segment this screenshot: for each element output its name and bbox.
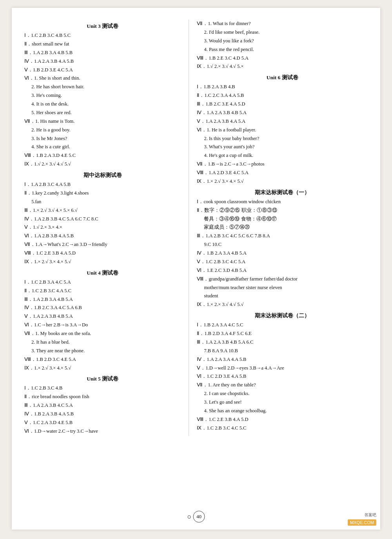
answer-line: Ⅵ．1.D→water 2.C→try 3.C→have [24,427,181,436]
answer-line: 3. What's your aunt's job? [196,143,368,151]
dot-left: ○ [187,513,192,521]
answer-line: Ⅳ．1.B 2.A 3.B 4.A 5.B [24,410,181,419]
answer-line: 4. Pass me the red pencil. [196,46,368,54]
answer-line: Ⅲ．1.A 2.A 3.B 4.C 5.A [24,401,181,410]
answer-line: 5.fan [24,198,181,206]
answer-line: 4. She has an orange schoolbag. [196,407,368,415]
section-title: 期末达标测试卷（一） [196,189,368,196]
answer-line: Ⅶ．1. His name is Tom. [24,117,181,126]
answer-line: 7.B 8.A 9.A 10.B [196,347,368,355]
answer-line: Ⅸ．1.√ 2.× 3.√ 4.√ 5.× [196,62,368,71]
answer-line: Ⅶ．1. What is for dinner? [196,20,368,28]
answer-line: Ⅷ．1.C 2.E 3.B 4.A 5.D [24,249,181,258]
answer-line: Ⅱ．1.C 2.B 3.C 4.A 5.C [24,287,181,295]
answer-line: Ⅱ．1.key 2.candy 3.light 4.shoes [24,189,181,198]
answer-line: 3. Is he Mr Jones? [24,135,181,143]
answer-line: 5. Her shoes are red. [24,109,181,117]
answer-line: Ⅸ．1.× 2.√ 3.× 4.× 5.√ [196,177,368,186]
answer-line: Ⅲ．1.A 2.B 3.A 4.B 5.B [24,49,181,57]
answer-line: Ⅱ．1.B 2.D 3.A 4.F 5.C 6.E [196,330,368,338]
answer-line: 家庭成员：⑤⑦⑭⑳ [196,223,368,232]
page-number: 40 [196,514,201,520]
answer-line: Ⅱ．1.C 2.C 3.A 4.A 5.B [196,91,368,100]
answer-line: Ⅲ．1.A 2.A 3.B 4.B 5.A 6.C [196,338,368,347]
answer-line: 2. I'd like some beef, please. [196,28,368,37]
answer-line: 餐具：③④⑯⑲ 食物：④⑥⑩⑰ [196,215,368,224]
answer-line: Ⅷ．1.B 2.D 3.C 4.E 5.A [24,355,181,364]
answer-line: Ⅰ．1.C 2.B 3.C 4.B [24,384,181,393]
section-title: 期中达标测试卷 [24,172,181,179]
answer-line: Ⅶ．1.A→What's 2.C→an 3.D→friendly [24,240,181,249]
answer-line: 2. I can use chopsticks. [196,390,368,398]
answer-line: Ⅴ．1.A 2.A 3.B 4.B 5.A [24,312,181,321]
answer-line: Ⅱ．short small new fat [24,40,181,49]
answer-line: 3. He's coming. [24,91,181,100]
answer-line: mother/mum teacher sister nurse eleven [196,284,368,292]
answer-line: Ⅴ．1.B 2.D 3.E 4.C 5.A [24,66,181,75]
answer-line: Ⅰ．1.C 2.B 3.A 4.C 5.A [24,278,181,287]
answer-line: Ⅶ．1.B→is 2.C→a 3.C→photos [196,160,368,169]
two-column-layout: Unit 3 测试卷Ⅰ．1.C 2.B 3.C 4.B 5.CⅡ．short s… [24,20,368,436]
answer-line: student [196,292,368,300]
answer-line: Ⅸ．1.× 2.× 3.√ 4.√ 5.√ [196,300,368,309]
answer-line: Ⅵ．1.E 2.C 3.D 4.B 5.A [196,266,368,275]
answer-line: 3. Let's go and see! [196,398,368,407]
answer-line: 4. It is on the desk. [24,100,181,109]
answer-line: Ⅲ．1.A 2.B 3.A 4.B 5.A [24,295,181,304]
answer-line: Ⅸ．1.C 2.B 3.C 4.C 5.C [196,424,368,433]
answer-line: Ⅳ．1.B 2.A 3.A 4.B 5.A [196,249,368,258]
answer-line: Ⅳ．1.A 2.B 3.B 4.C 5.A 6.C 7.C 8.C [24,215,181,224]
answer-line: Ⅷ．1.B 2.E 3.C 4.D 5.A [196,54,368,63]
answer-line: Ⅴ．1.A 2.A 3.B 4.A 5.A [196,117,368,126]
answer-line: Ⅰ．1.B 2.A 3.A 4.C 5.C [196,321,368,330]
answer-line: Ⅳ．1.A 2.A 3.A 4.A 5.B [196,355,368,364]
watermark-label: 答案吧 [365,512,376,518]
answer-line: Ⅰ．1.B 2.A 3.B 4.B [196,83,368,91]
answer-line: 2. He has short brown hair. [24,83,181,91]
answer-line: Ⅵ．1. He is a football player. [196,126,368,135]
answer-line: Ⅰ．cook spoon classroom window chicken [196,198,368,206]
answer-line: Ⅲ．1.A 2.B 3.C 4.C 5.C 6.C 7.B 8.A [196,232,368,240]
answer-line: Ⅴ．1.D→well 2.D→eyes 3.B→a 4.A→Are [196,364,368,373]
answer-line: 4. She is a cute girl. [24,143,181,151]
answer-line: Ⅷ．1.A 2.D 3.E 4.C 5.A [196,169,368,177]
answer-line: Ⅶ．1. Are they on the table? [196,381,368,390]
page: Unit 3 测试卷Ⅰ．1.C 2.B 3.C 4.B 5.CⅡ．short s… [12,8,380,530]
answer-line: 3. They are near the phone. [24,347,181,355]
answer-line: Ⅵ．1.C→her 2.B→is 3.A→Do [24,321,181,330]
section-title: Unit 3 测试卷 [24,23,181,30]
answer-line: Ⅱ．数字：②⑨②⑮ 职业：①⑧③⑬ [196,206,368,215]
answer-line: Ⅳ．1.A 2.A 3.B 4.B 5.A [196,109,368,117]
section-title: Unit 5 测试卷 [24,375,181,382]
section-title: Unit 6 测试卷 [196,74,368,81]
answer-line: Ⅲ．1.B 2.C 3.E 4.A 5.D [196,100,368,109]
left-column: Unit 3 测试卷Ⅰ．1.C 2.B 3.C 4.B 5.CⅡ．short s… [24,20,189,436]
answer-line: Ⅷ．1.B 2.A 3.D 4.E 5.C [24,151,181,160]
section-title: Unit 4 测试卷 [24,270,181,277]
answer-line: Ⅸ．1.× 2.√ 3.× 4.× 5.√ [24,258,181,266]
answer-line: Ⅳ．1.A 2.A 3.B 4.A 5.B [24,57,181,66]
watermark-badge: MXQE.COM [348,519,376,526]
section-title: 期末达标测试卷（二） [196,312,368,319]
answer-line: Ⅳ．1.B 2.C 3.A 4.C 5.A 6.B [24,304,181,312]
answer-line: 2. He is a good boy. [24,126,181,135]
answer-line: Ⅵ．1. She is short and thin. [24,74,181,83]
answer-line: Ⅵ．1.C 2.D 3.E 4.A 5.B [196,372,368,381]
answer-line: 3. Would you like a fork? [196,37,368,46]
answer-line: Ⅴ．1.C 2.B 3.C 4.C 5.A [196,258,368,266]
answer-line: Ⅵ．1.A 2.B 3.B 4.A 5.B [24,232,181,240]
answer-line: 9.C 10.C [196,240,368,249]
answer-line: Ⅰ．1.C 2.B 3.C 4.B 5.C [24,31,181,40]
answer-line: Ⅶ．1. My books are on the sofa. [24,330,181,338]
answer-line: Ⅴ．1.C 2.A 3.D 4.E 5.B [24,419,181,427]
answer-line: Ⅴ．1.√ 2.× 3.× 4.× [24,223,181,232]
answer-line: 2. Is this your baby brother? [196,135,368,143]
answer-line: Ⅰ．1.A 2.B 3.C 4.A 5.B [24,180,181,189]
page-number-wrapper: ○ 40 [187,511,205,523]
answer-line: Ⅷ．grandpa/grandfather farmer father/dad … [196,275,368,284]
answer-line: 4. He's got a cup of milk. [196,151,368,160]
answer-line: Ⅲ．1.× 2.√ 3.√ 4.× 5.× 6.√ [24,206,181,215]
answer-line: Ⅸ．1.√ 2.× 3.√ 4.√ 5.√ [24,160,181,169]
page-circle: 40 [193,511,205,523]
answer-line: Ⅱ．rice bread noodles spoon fish [24,393,181,401]
